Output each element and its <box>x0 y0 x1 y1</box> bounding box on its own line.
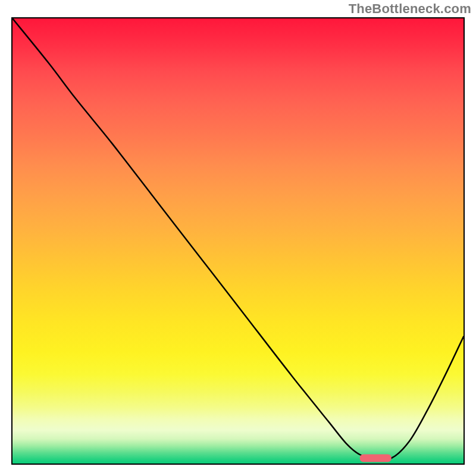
trough-marker <box>360 455 392 462</box>
plot-area <box>11 17 465 465</box>
bottleneck-curve <box>12 18 464 459</box>
watermark-text: TheBottleneck.com <box>349 1 471 17</box>
chart-svg <box>12 18 464 464</box>
chart-canvas: TheBottleneck.com <box>0 0 476 476</box>
